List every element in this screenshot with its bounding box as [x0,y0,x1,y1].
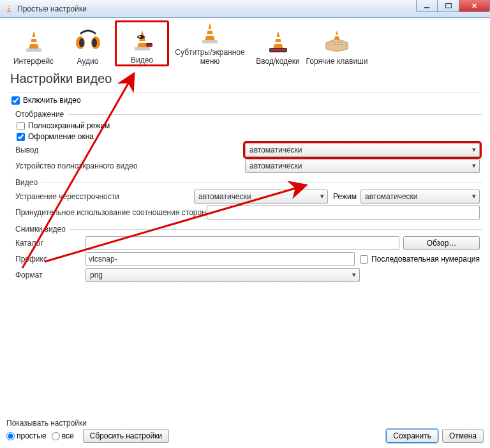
svg-rect-5 [445,4,451,8]
prefix-label: Префикс [15,255,85,264]
svg-point-12 [79,38,84,47]
svg-point-19 [138,36,140,38]
force-ar-label: Принудительное использование соотношения… [15,208,207,217]
group-snapshots-title: Снимки видео [15,225,66,234]
svg-rect-26 [202,40,218,43]
mode-label: Режим [333,192,357,201]
category-tabs: Интерфейс Аудио Видео Субтитры/экранное … [0,18,490,68]
fsdevice-label: Устройство полноэкранного видео [15,161,245,170]
tab-label: Интерфейс [13,57,54,66]
sequential-checkbox[interactable] [360,255,368,264]
output-label: Вывод [15,146,245,154]
enable-video-label: Включить видео [23,96,81,105]
svg-rect-37 [339,43,342,45]
tab-label: Горячие клавиши [306,57,368,66]
svg-rect-9 [26,49,41,52]
svg-rect-3 [6,11,11,12]
svg-rect-24 [207,29,213,31]
enable-video-checkbox[interactable] [11,96,20,105]
tab-input-codecs[interactable]: Ввод/кодеки [251,20,305,66]
deinterlace-select[interactable]: автоматически [194,190,328,204]
format-select[interactable]: png [85,268,360,282]
footer: Показывать настройки простые все Сбросит… [6,419,484,443]
svg-marker-0 [7,4,11,11]
svg-marker-14 [137,30,147,48]
cancel-button[interactable]: Отмена [442,429,484,443]
tab-interface[interactable]: Интерфейс [6,20,61,66]
svg-point-21 [146,43,149,45]
force-ar-input[interactable] [207,205,480,220]
tab-audio[interactable]: Аудио [61,20,115,66]
svg-rect-31 [271,49,286,51]
prefix-input[interactable]: vlcsnap- [85,252,355,266]
tab-video[interactable]: Видео [115,20,169,66]
app-icon [4,4,14,14]
svg-rect-16 [138,41,146,43]
svg-rect-28 [275,37,281,39]
audio-icon [75,28,101,55]
svg-rect-38 [343,43,346,45]
radio-simple[interactable]: простые [6,431,47,440]
format-label: Формат [15,271,85,280]
svg-rect-36 [336,43,338,45]
sequential-label: Последовательная нумерация [371,255,480,264]
fullscreen-label: Полноэкранный режим [28,121,110,130]
svg-point-22 [149,43,152,45]
svg-rect-8 [30,42,38,44]
svg-rect-2 [8,9,10,10]
radio-all[interactable]: все [52,431,74,440]
group-video-title: Видео [15,178,38,187]
svg-rect-7 [31,37,37,39]
close-button[interactable]: ✕ [459,0,490,12]
decorations-label: Оформление окна [28,132,94,141]
svg-rect-4 [424,7,429,8]
tab-label: Аудио [77,57,99,66]
reset-button[interactable]: Сбросить настройки [83,429,169,443]
tab-label: Ввод/кодеки [256,57,299,66]
fsdevice-select[interactable]: автоматически [245,159,480,173]
fullscreen-checkbox[interactable] [17,122,25,130]
svg-rect-1 [8,7,10,8]
codecs-icon [265,28,292,55]
group-display-title: Отображение [15,110,64,119]
svg-rect-29 [274,42,282,44]
svg-rect-17 [135,47,150,50]
svg-rect-35 [332,43,334,45]
browse-button[interactable]: Обзор… [403,236,480,250]
window-title: Простые настройки [17,4,87,13]
svg-rect-25 [206,34,214,36]
tab-subtitles[interactable]: Субтитры/экранное меню [169,20,251,66]
svg-rect-33 [334,35,339,36]
subtitles-icon [197,20,223,46]
save-button[interactable]: Сохранить [386,429,438,443]
folder-input[interactable] [85,236,399,250]
svg-marker-6 [29,31,39,49]
mode-select[interactable]: автоматически [360,190,480,204]
svg-marker-23 [205,23,215,41]
interface-icon [20,28,47,55]
svg-point-18 [137,35,145,39]
tab-hotkeys[interactable]: Горячие клавиши [305,20,369,66]
deinterlace-label: Устранение чересстрочности [15,192,194,201]
tab-label: Видео [131,56,153,64]
svg-point-13 [92,38,97,47]
folder-label: Каталог [15,239,85,248]
decorations-checkbox[interactable] [17,133,25,141]
page-title: Настройки видео [10,71,482,86]
tab-label: Субтитры/экранное меню [170,48,250,66]
video-icon [129,27,156,54]
minimize-button[interactable] [416,0,438,12]
svg-rect-34 [329,43,331,45]
output-select[interactable]: автоматически [245,143,480,157]
show-settings-label: Показывать настройки [6,419,484,428]
maximize-button[interactable] [438,0,459,12]
titlebar: Простые настройки ✕ [0,0,490,18]
svg-marker-27 [273,31,283,49]
hotkeys-icon [323,28,350,55]
